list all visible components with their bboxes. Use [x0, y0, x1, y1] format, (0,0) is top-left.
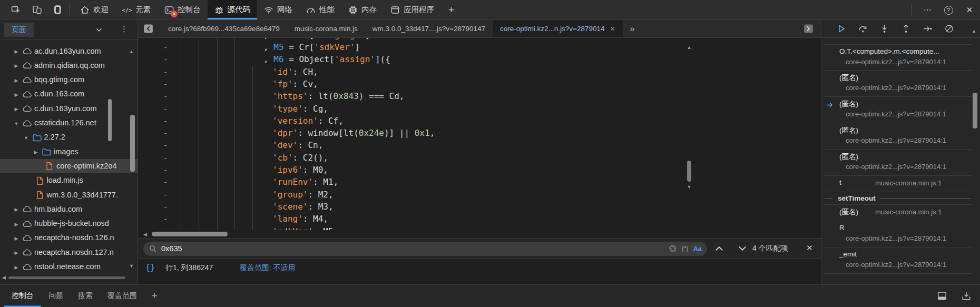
search-input[interactable]	[161, 244, 669, 253]
tree-item[interactable]: ▶bqq.gtimg.com	[0, 73, 138, 87]
frame-location[interactable]: music-corona.min.js:1	[875, 208, 942, 216]
scroll-up-icon[interactable]: ▲	[129, 49, 134, 54]
editor-scroll-down-icon[interactable]: ▼	[685, 184, 693, 190]
call-stack-frame[interactable]: O.T.<computed>.m.<compute...core-optimi.…	[824, 44, 972, 71]
file-tab[interactable]: core.js?68fb969...435ca69e8e6479	[161, 20, 287, 37]
call-stack-frame[interactable]: (匿名)core-optimi.kz2...js?v=2879014:1	[824, 150, 972, 176]
call-stack-frame[interactable]: (匿名)core-optimi.kz2...js?v=2879014:1	[824, 123, 972, 150]
scroll-down-icon[interactable]: ▼	[129, 263, 134, 269]
tree-item[interactable]: ▶necaptcha-nosdn.126.n	[0, 231, 138, 245]
panel-tab[interactable]: 性能	[299, 0, 341, 19]
close-search-button[interactable]: ✕	[806, 243, 813, 253]
gutter-mark[interactable]: -	[161, 78, 170, 90]
drawer-tab[interactable]: 覆盖范围	[100, 285, 144, 307]
frame-location[interactable]: core-optimi.kz2...js?v=2879014:1	[846, 58, 946, 66]
frame-location[interactable]: core-optimi.kz2...js?v=2879014:1	[846, 163, 946, 171]
gutter-mark[interactable]: -	[161, 66, 170, 78]
gutter-mark[interactable]: -	[161, 90, 170, 102]
scroll-left-icon[interactable]: ◀	[2, 275, 6, 280]
tree-item[interactable]: ▼cstaticdun.126.net	[0, 116, 138, 131]
resume-button[interactable]	[836, 24, 846, 34]
step-out-button[interactable]	[901, 24, 911, 34]
more-options-button[interactable]: ⋯	[917, 0, 938, 20]
pretty-print-button[interactable]: {}	[145, 263, 155, 272]
frame-location[interactable]: core-optimi.kz2...js?v=2879014:1	[846, 110, 946, 118]
gutter-mark[interactable]: -	[161, 139, 170, 151]
more-tabs-button[interactable]: »	[630, 20, 635, 37]
sidebar-scrollbar-thumb[interactable]	[130, 115, 135, 172]
hide-navigator-icon[interactable]	[143, 24, 153, 34]
gutter-mark[interactable]: -	[161, 189, 170, 201]
gutter-mark[interactable]: -	[161, 213, 170, 225]
drawer-tab[interactable]: 搜索	[71, 285, 100, 307]
tree-item[interactable]: core-optimi.kz2o4	[0, 159, 138, 173]
expander-collapsed-icon[interactable]: ▶	[13, 49, 20, 54]
drawer-tab[interactable]: 控制台	[4, 285, 41, 307]
tree-item[interactable]: ▶c.dun.163yun.com	[0, 102, 138, 116]
tree-item[interactable]: ▶ac.dun.163yun.com	[0, 44, 138, 58]
tree-item[interactable]: load.min.js	[0, 174, 138, 188]
callstack-scrollbar-thumb[interactable]	[973, 93, 977, 128]
editor-hscrollbar-thumb[interactable]	[152, 232, 228, 236]
gutter-mark[interactable]: -	[161, 115, 170, 127]
call-stack-frame[interactable]: (匿名)music-corona.min.js:1	[824, 205, 972, 221]
tree-item[interactable]: ▶images	[0, 145, 138, 159]
call-stack-frame[interactable]: tmusic-corona.min.js:1	[824, 176, 972, 192]
add-drawer-tab-button[interactable]: +	[144, 285, 165, 307]
close-tab-icon[interactable]: ✕	[610, 25, 615, 33]
callstack-scroll-up-icon[interactable]: ▲	[972, 28, 976, 34]
drawer-tab[interactable]: 问题	[41, 285, 71, 307]
file-tab[interactable]: core-optimi.kz2...n.js?v=2879014✕	[493, 20, 623, 37]
show-debugger-icon[interactable]	[803, 24, 814, 34]
next-match-button[interactable]	[737, 243, 748, 254]
expander-collapsed-icon[interactable]: ▶	[13, 236, 20, 241]
tree-item[interactable]: ▶nstool.netease.com	[0, 260, 138, 274]
panel-tab[interactable]: 内存	[341, 0, 384, 19]
frame-location[interactable]: music-corona.min.js:1	[875, 179, 942, 187]
editor-scroll-up-icon[interactable]: ▲	[685, 45, 693, 50]
expander-collapsed-icon[interactable]: ▶	[13, 106, 20, 112]
expander-collapsed-icon[interactable]: ▶	[13, 207, 20, 212]
expander-expanded-icon[interactable]: ▼	[23, 135, 30, 141]
gutter-mark[interactable]: -	[161, 53, 170, 65]
editor-scrollbar-thumb[interactable]	[687, 161, 691, 182]
call-stack-frame[interactable]: _emitcore-optimi.kz2...js?v=2879014:1	[824, 247, 972, 274]
match-case-toggle[interactable]: Aa	[693, 245, 702, 253]
gutter-mark[interactable]: -	[161, 164, 170, 176]
tree-scrollbar-thumb[interactable]	[108, 99, 112, 141]
file-tab[interactable]: music-corona.min.js	[287, 20, 365, 37]
tree-item[interactable]: ▶admin.qidian.qq.com	[0, 58, 138, 73]
gutter-mark[interactable]: -	[161, 41, 170, 53]
tree-item[interactable]: ▶necaptcha.nosdn.127.n	[0, 245, 138, 260]
deactivate-breakpoints-button[interactable]	[944, 24, 954, 34]
kebab-menu-icon[interactable]: ⋮	[120, 24, 128, 34]
panel-button[interactable]	[47, 0, 68, 20]
panel-tab[interactable]: 源代码	[208, 0, 258, 19]
panel-tab[interactable]: 欢迎	[73, 0, 115, 19]
panel-tab[interactable]: ✕控制台	[158, 0, 208, 19]
regex-toggle[interactable]: (*)	[682, 245, 689, 252]
frame-location[interactable]: core-optimi.kz2...js?v=2879014:1	[846, 84, 946, 92]
clear-search-icon[interactable]	[669, 244, 677, 253]
gutter-mark[interactable]: -	[161, 225, 170, 231]
gutter-mark[interactable]: -	[161, 176, 170, 188]
inspect-button[interactable]	[5, 0, 26, 20]
expander-collapsed-icon[interactable]: ▶	[13, 222, 20, 227]
dock-bottom-icon[interactable]	[937, 291, 947, 301]
file-tab[interactable]: wm.3.0.0_33d417....js?v=28790147	[365, 20, 493, 37]
expander-collapsed-icon[interactable]: ▶	[13, 92, 20, 97]
tab-pages[interactable]: 页面	[4, 23, 34, 37]
expander-collapsed-icon[interactable]: ▶	[13, 78, 20, 83]
expander-collapsed-icon[interactable]: ▶	[32, 150, 40, 155]
tree-item[interactable]: ▶c.dun.163.com	[0, 87, 138, 102]
panel-tab[interactable]: 网络	[257, 0, 299, 19]
chevron-down-icon[interactable]	[95, 26, 103, 34]
coverage-status[interactable]: 覆盖范围: 不适用	[240, 263, 296, 273]
gutter-mark[interactable]: -	[161, 127, 170, 139]
help-button[interactable]: ?	[938, 0, 959, 20]
collapse-drawer-icon[interactable]	[961, 291, 972, 301]
step-into-button[interactable]	[879, 24, 889, 34]
call-stack-frame[interactable]: (匿名)core-optimi.kz2...js?v=2879014:1	[824, 71, 972, 97]
tree-item[interactable]: wm.3.0.0_33d41777.	[0, 188, 138, 202]
tree-item[interactable]: ▶hm.baidu.com	[0, 202, 138, 216]
